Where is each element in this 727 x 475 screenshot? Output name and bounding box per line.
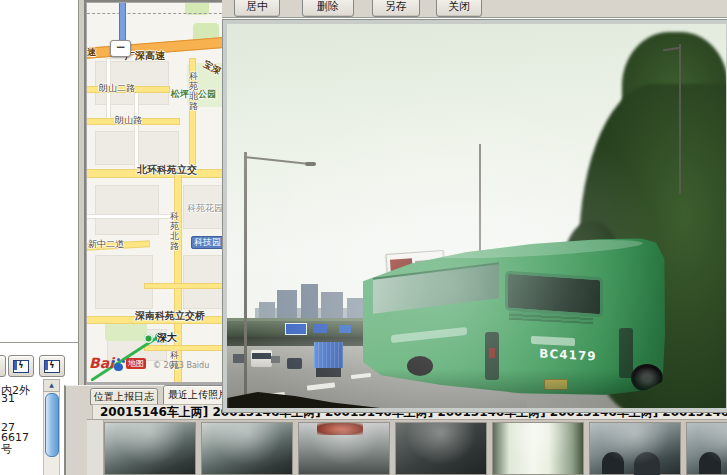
baidu-paw-icon [114,363,123,371]
bus-roof-highlight [423,236,643,261]
close-button[interactable]: 关闭 [436,0,482,17]
van-window [252,353,271,359]
thumbnail[interactable] [105,423,195,474]
street-lamp-arm [244,156,310,165]
window-bolt-icon: ϟ [13,360,29,373]
toolbar-button-partial[interactable] [0,355,6,377]
screen: ϟ ϟ 内2外 31 27 6617 号 ▲ [0,0,727,475]
photo-viewer-window: 居中 删除 另存 关闭 [222,0,727,412]
truck-cab [316,368,341,377]
map-label: 科苑北路 [170,211,181,251]
tail-light-red [489,348,495,358]
map-label: 深南科苑立交桥 [135,309,205,323]
map-poi-badge[interactable]: 科技园 [191,236,224,249]
thumbnail[interactable] [202,423,292,474]
save-as-button[interactable]: 另存 [372,0,420,17]
map-road [135,87,138,171]
street-lamp-pole [244,152,247,408]
divider [0,342,78,346]
map-road [145,346,227,350]
bus-rear-text-blur [531,336,575,346]
bus-plate-text: BC4179 [523,346,613,365]
baidu-logo-text: Bai [89,355,114,371]
map-label: 北环科苑立交 [137,163,197,177]
delete-button[interactable]: 删除 [302,0,354,17]
thumbnail[interactable] [299,423,389,474]
map-label: 广深高速 [125,49,165,63]
blue-truck [314,342,343,368]
bus-license-plate [544,379,568,390]
thumbnail[interactable] [687,423,727,474]
thumb-scroll-edge [87,420,104,475]
map-park [105,321,147,341]
map-label: 朗山二路 [99,82,135,95]
map-label: 深大 [157,331,177,345]
map-road [145,284,227,288]
baidu-map[interactable]: − 速 广深高速 宝深 朗山二路 松坪山公园 朗山路 科苑北路 北环科苑立交 科… [87,3,227,382]
tab-location-log[interactable]: 位置上报日志 [90,388,158,405]
list-item: 31 [1,392,15,405]
map-boundary-line [87,13,227,14]
metro-icon [144,334,153,343]
photo-frame: BC4179 [222,19,727,413]
map-label: 科苑北路 [189,71,200,111]
thumbnail-strip [87,419,727,475]
list-item: 号 [1,442,12,457]
bus-front-wheel [407,356,433,376]
highway-sign [313,324,327,333]
bus-rear-window [505,271,603,318]
map-block [95,255,153,309]
map-label: 速 [87,46,96,59]
track-route-line [119,3,126,45]
pole [679,44,681,194]
scrollbar-thumb[interactable] [45,393,59,457]
map-block [95,185,159,235]
bus-side-text-blur [391,327,467,343]
map-panel: − 速 广深高速 宝深 朗山二路 松坪山公园 朗山路 科苑北路 北环科苑立交 科… [84,0,234,389]
thumbnail[interactable] [396,423,486,474]
highway-sign [339,325,351,333]
photo-toolbar: 居中 删除 另存 关闭 [222,0,727,17]
thumbnail[interactable] [493,423,583,474]
bus-tail-light-right [619,328,633,378]
export-log-button[interactable]: ϟ [8,355,34,377]
vehicle-marker[interactable]: − [110,40,131,57]
thumbnail[interactable] [590,423,680,474]
pole [479,144,481,260]
car [271,356,280,363]
map-label: 新中二道 [88,238,124,251]
highway-sign [285,323,307,335]
dashcam-photo: BC4179 [227,24,726,408]
map-label: 朗山路 [115,114,142,127]
map-attribution: © 2013 Baidu [153,361,209,370]
center-button[interactable]: 居中 [234,0,280,17]
scroll-up-arrow-icon[interactable]: ▲ [43,379,60,392]
window-bolt-icon: ϟ [44,360,60,373]
dark-car [287,358,302,369]
map-label: 科苑花园 [187,202,223,215]
export-log-button-2[interactable]: ϟ [39,355,65,377]
baidu-map-badge: 地图 [126,358,146,369]
map-block [183,255,227,309]
map-road [87,215,175,218]
lamp-head [305,162,316,166]
